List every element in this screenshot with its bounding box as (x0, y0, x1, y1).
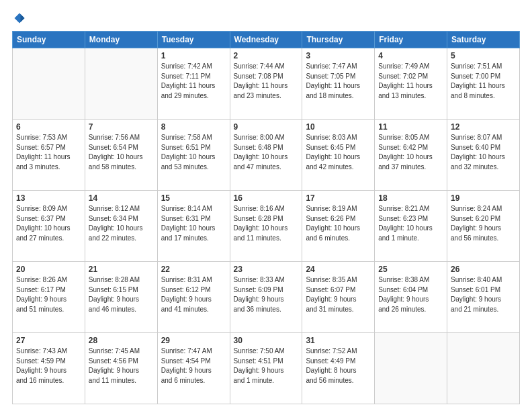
calendar-cell: 27Sunrise: 7:43 AM Sunset: 4:59 PM Dayli… (13, 333, 85, 404)
calendar-table: SundayMondayTuesdayWednesdayThursdayFrid… (12, 31, 520, 404)
calendar-cell: 9Sunrise: 8:00 AM Sunset: 6:48 PM Daylig… (230, 120, 302, 191)
calendar-cell (375, 333, 447, 404)
day-number: 20 (16, 265, 81, 274)
day-number: 26 (451, 265, 516, 274)
calendar-week-3: 13Sunrise: 8:09 AM Sunset: 6:37 PM Dayli… (13, 191, 520, 262)
calendar-cell: 23Sunrise: 8:33 AM Sunset: 6:09 PM Dayli… (230, 262, 302, 333)
calendar-cell: 13Sunrise: 8:09 AM Sunset: 6:37 PM Dayli… (13, 191, 85, 262)
svg-marker-1 (21, 14, 25, 22)
day-number: 29 (161, 336, 226, 345)
calendar-cell: 11Sunrise: 8:05 AM Sunset: 6:42 PM Dayli… (375, 120, 447, 191)
calendar-cell: 26Sunrise: 8:40 AM Sunset: 6:01 PM Dayli… (447, 262, 520, 333)
day-number: 25 (378, 265, 443, 274)
day-number: 17 (306, 193, 371, 203)
day-info: Sunrise: 7:42 AM Sunset: 7:11 PM Dayligh… (161, 62, 226, 101)
weekday-header-friday: Friday (375, 32, 447, 48)
day-info: Sunrise: 7:47 AM Sunset: 7:05 PM Dayligh… (306, 62, 371, 101)
day-number: 13 (16, 193, 81, 203)
day-info: Sunrise: 8:38 AM Sunset: 6:04 PM Dayligh… (378, 275, 443, 314)
day-number: 1 (161, 51, 226, 60)
day-number: 27 (16, 336, 81, 345)
day-info: Sunrise: 8:03 AM Sunset: 6:45 PM Dayligh… (306, 133, 371, 172)
calendar-week-4: 20Sunrise: 8:26 AM Sunset: 6:17 PM Dayli… (13, 262, 520, 333)
calendar-cell: 22Sunrise: 8:31 AM Sunset: 6:12 PM Dayli… (157, 262, 230, 333)
day-info: Sunrise: 7:45 AM Sunset: 4:56 PM Dayligh… (89, 347, 154, 385)
calendar-cell (447, 333, 520, 404)
day-info: Sunrise: 8:09 AM Sunset: 6:37 PM Dayligh… (16, 204, 81, 243)
header (12, 12, 520, 24)
day-info: Sunrise: 8:21 AM Sunset: 6:23 PM Dayligh… (378, 204, 443, 243)
calendar-week-5: 27Sunrise: 7:43 AM Sunset: 4:59 PM Dayli… (13, 333, 520, 404)
calendar-week-2: 6Sunrise: 7:53 AM Sunset: 6:57 PM Daylig… (13, 120, 520, 191)
calendar-cell: 6Sunrise: 7:53 AM Sunset: 6:57 PM Daylig… (13, 120, 85, 191)
weekday-header-thursday: Thursday (302, 32, 375, 48)
weekday-header-wednesday: Wednesday (230, 32, 302, 48)
day-number: 10 (306, 122, 371, 132)
day-number: 4 (378, 51, 443, 60)
logo-text (12, 12, 26, 24)
calendar-cell (13, 48, 85, 120)
day-info: Sunrise: 8:14 AM Sunset: 6:31 PM Dayligh… (161, 204, 226, 243)
day-number: 15 (161, 193, 226, 203)
calendar-cell: 15Sunrise: 8:14 AM Sunset: 6:31 PM Dayli… (157, 191, 230, 262)
calendar-cell: 24Sunrise: 8:35 AM Sunset: 6:07 PM Dayli… (302, 262, 375, 333)
day-number: 6 (16, 122, 81, 132)
day-info: Sunrise: 7:53 AM Sunset: 6:57 PM Dayligh… (16, 133, 81, 172)
calendar-cell: 25Sunrise: 8:38 AM Sunset: 6:04 PM Dayli… (375, 262, 447, 333)
day-number: 11 (378, 122, 443, 132)
day-number: 2 (234, 51, 299, 60)
day-number: 24 (306, 265, 371, 274)
day-info: Sunrise: 7:56 AM Sunset: 6:54 PM Dayligh… (89, 133, 154, 172)
calendar-cell: 7Sunrise: 7:56 AM Sunset: 6:54 PM Daylig… (85, 120, 157, 191)
weekday-header-monday: Monday (85, 32, 157, 48)
day-info: Sunrise: 7:50 AM Sunset: 4:51 PM Dayligh… (234, 347, 299, 385)
day-number: 8 (161, 122, 226, 132)
day-number: 22 (161, 265, 226, 274)
day-number: 3 (306, 51, 371, 60)
calendar-cell: 31Sunrise: 7:52 AM Sunset: 4:49 PM Dayli… (302, 333, 375, 404)
day-number: 18 (378, 193, 443, 203)
day-info: Sunrise: 7:49 AM Sunset: 7:02 PM Dayligh… (378, 62, 443, 101)
calendar-cell: 12Sunrise: 8:07 AM Sunset: 6:40 PM Dayli… (447, 120, 520, 191)
calendar-cell: 10Sunrise: 8:03 AM Sunset: 6:45 PM Dayli… (302, 120, 375, 191)
day-number: 5 (451, 51, 516, 60)
calendar-cell (85, 48, 157, 120)
day-number: 16 (234, 193, 299, 203)
weekday-header-tuesday: Tuesday (157, 32, 230, 48)
day-number: 30 (234, 336, 299, 345)
day-info: Sunrise: 7:47 AM Sunset: 4:54 PM Dayligh… (161, 347, 226, 385)
calendar-cell: 2Sunrise: 7:44 AM Sunset: 7:08 PM Daylig… (230, 48, 302, 120)
day-info: Sunrise: 8:16 AM Sunset: 6:28 PM Dayligh… (234, 204, 299, 243)
day-number: 12 (451, 122, 516, 132)
day-number: 9 (234, 122, 299, 132)
day-number: 7 (89, 122, 154, 132)
day-info: Sunrise: 8:35 AM Sunset: 6:07 PM Dayligh… (306, 275, 371, 314)
logo-icon (13, 12, 26, 24)
calendar-cell: 5Sunrise: 7:51 AM Sunset: 7:00 PM Daylig… (447, 48, 520, 120)
day-number: 28 (89, 336, 154, 345)
calendar-cell: 20Sunrise: 8:26 AM Sunset: 6:17 PM Dayli… (13, 262, 85, 333)
day-number: 23 (234, 265, 299, 274)
calendar-header-row: SundayMondayTuesdayWednesdayThursdayFrid… (13, 32, 520, 48)
day-info: Sunrise: 8:24 AM Sunset: 6:20 PM Dayligh… (451, 204, 516, 243)
calendar-cell: 28Sunrise: 7:45 AM Sunset: 4:56 PM Dayli… (85, 333, 157, 404)
day-info: Sunrise: 7:52 AM Sunset: 4:49 PM Dayligh… (306, 347, 371, 385)
page: SundayMondayTuesdayWednesdayThursdayFrid… (0, 0, 532, 411)
weekday-header-sunday: Sunday (13, 32, 85, 48)
calendar-cell: 16Sunrise: 8:16 AM Sunset: 6:28 PM Dayli… (230, 191, 302, 262)
calendar-cell: 14Sunrise: 8:12 AM Sunset: 6:34 PM Dayli… (85, 191, 157, 262)
day-info: Sunrise: 7:58 AM Sunset: 6:51 PM Dayligh… (161, 133, 226, 172)
day-number: 14 (89, 193, 154, 203)
day-info: Sunrise: 8:00 AM Sunset: 6:48 PM Dayligh… (234, 133, 299, 172)
calendar-week-1: 1Sunrise: 7:42 AM Sunset: 7:11 PM Daylig… (13, 48, 520, 120)
day-number: 19 (451, 193, 516, 203)
day-info: Sunrise: 7:44 AM Sunset: 7:08 PM Dayligh… (234, 62, 299, 101)
day-info: Sunrise: 8:12 AM Sunset: 6:34 PM Dayligh… (89, 204, 154, 243)
day-number: 21 (89, 265, 154, 274)
day-info: Sunrise: 8:07 AM Sunset: 6:40 PM Dayligh… (451, 133, 516, 172)
day-info: Sunrise: 8:05 AM Sunset: 6:42 PM Dayligh… (378, 133, 443, 172)
day-info: Sunrise: 8:19 AM Sunset: 6:26 PM Dayligh… (306, 204, 371, 243)
day-info: Sunrise: 8:26 AM Sunset: 6:17 PM Dayligh… (16, 275, 81, 314)
calendar-cell: 17Sunrise: 8:19 AM Sunset: 6:26 PM Dayli… (302, 191, 375, 262)
day-info: Sunrise: 8:33 AM Sunset: 6:09 PM Dayligh… (234, 275, 299, 314)
